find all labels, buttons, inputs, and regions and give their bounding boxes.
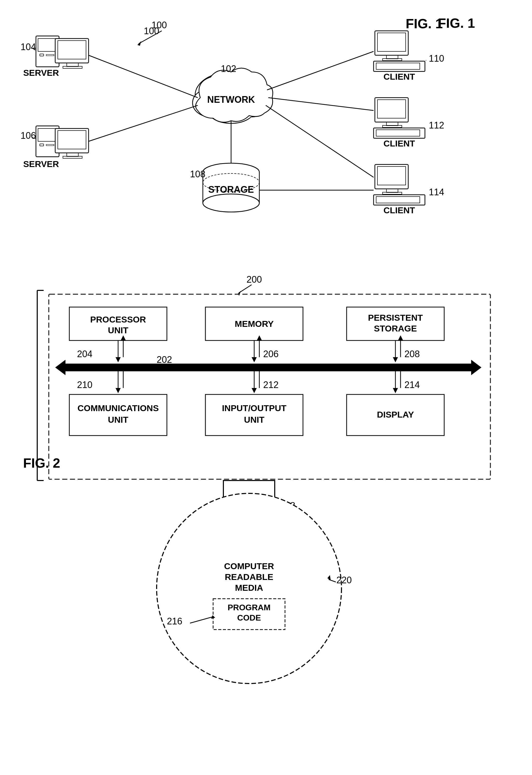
svg-text:110: 110 [429,53,444,64]
svg-rect-60 [386,189,398,192]
svg-marker-105 [55,360,65,375]
svg-text:CLIENT: CLIENT [384,205,415,215]
svg-rect-6 [55,39,89,63]
svg-rect-2 [36,36,59,67]
svg-text:212: 212 [263,380,279,390]
svg-rect-19 [67,153,78,156]
svg-text:MEMORY: MEMORY [235,319,274,329]
svg-line-66 [89,55,198,98]
svg-rect-46 [376,63,420,69]
svg-rect-16 [46,144,54,146]
svg-text:STORAGE: STORAGE [374,324,417,333]
svg-rect-5 [46,54,54,56]
svg-rect-41 [375,31,408,55]
svg-text:STORAGE: STORAGE [208,184,254,195]
svg-rect-13 [36,126,59,157]
svg-rect-15 [40,144,44,146]
svg-text:COMMUNICATIONS: COMMUNICATIONS [78,403,159,413]
svg-rect-14 [38,128,57,141]
svg-text:104: 104 [21,42,36,52]
svg-text:210: 210 [77,380,92,390]
svg-rect-17 [55,128,89,153]
svg-marker-95 [252,357,257,362]
svg-rect-52 [386,122,398,126]
svg-point-33 [203,163,259,181]
svg-text:PROGRAM: PROGRAM [227,603,270,612]
svg-point-29 [202,91,240,117]
svg-rect-43 [386,55,398,59]
svg-text:CLIENT: CLIENT [384,138,415,148]
svg-point-24 [195,72,267,118]
svg-rect-9 [63,66,82,68]
svg-text:SERVER: SERVER [23,68,59,78]
svg-text:214: 214 [404,380,420,390]
svg-text:CLIENT: CLIENT [384,72,415,81]
svg-rect-61 [383,192,402,194]
svg-text:PERSISTENT: PERSISTENT [368,313,423,323]
svg-text:206: 206 [263,349,279,359]
svg-rect-53 [383,125,402,127]
fig1-title: FIG. 1 [438,15,475,31]
svg-text:CODE: CODE [237,613,261,622]
svg-point-25 [193,89,229,117]
svg-marker-1 [137,41,141,46]
svg-rect-54 [374,128,425,138]
svg-point-37 [203,194,259,212]
svg-rect-7 [58,41,86,59]
svg-point-27 [208,98,254,123]
svg-line-67 [89,105,198,141]
svg-text:102: 102 [221,63,236,74]
svg-rect-34 [203,172,259,203]
svg-point-38 [203,173,259,191]
svg-text:SERVER: SERVER [23,159,59,169]
svg-rect-18 [58,130,86,149]
svg-rect-50 [375,98,408,122]
svg-rect-55 [376,130,420,136]
svg-line-70 [268,98,374,110]
svg-rect-58 [375,164,408,189]
svg-text:220: 220 [336,575,352,586]
svg-line-12 [32,48,36,50]
svg-text:106: 106 [21,130,36,141]
svg-marker-100 [393,357,398,362]
svg-text:200: 200 [246,274,262,285]
svg-rect-8 [67,63,78,66]
svg-rect-42 [377,33,406,51]
svg-text:114: 114 [429,187,444,198]
svg-rect-59 [377,166,406,185]
svg-text:216: 216 [167,616,182,627]
svg-marker-79 [237,291,241,296]
svg-rect-63 [376,197,420,203]
svg-text:FIG. 2: FIG. 2 [23,456,60,470]
svg-text:204: 204 [77,349,92,359]
fig1-title-svg: FIG. 1 [406,16,443,31]
svg-text:READABLE: READABLE [225,572,273,582]
svg-text:UNIT: UNIT [244,415,264,424]
ref-100: 100 [144,26,159,36]
svg-point-30 [222,91,261,117]
svg-line-23 [32,137,36,139]
svg-rect-62 [374,195,425,205]
svg-rect-20 [63,156,82,158]
svg-marker-109 [116,388,121,393]
svg-rect-3 [38,39,57,51]
svg-text:208: 208 [404,349,420,359]
svg-marker-114 [252,388,257,393]
svg-text:MEDIA: MEDIA [235,583,263,593]
svg-point-26 [234,89,270,117]
svg-text:112: 112 [429,120,444,130]
svg-line-69 [267,51,374,90]
svg-text:DISPLAY: DISPLAY [377,410,414,419]
svg-text:UNIT: UNIT [108,325,128,335]
svg-text:202: 202 [157,354,172,365]
svg-rect-4 [40,54,44,56]
svg-marker-119 [393,388,398,393]
svg-rect-45 [374,61,425,71]
svg-rect-44 [383,59,402,61]
svg-marker-106 [471,360,481,375]
svg-line-78 [239,285,252,293]
svg-text:COMPUTER: COMPUTER [224,561,274,571]
svg-text:PROCESSOR: PROCESSOR [90,315,146,324]
svg-text:108: 108 [190,169,205,179]
svg-text:NETWORK: NETWORK [207,94,255,105]
